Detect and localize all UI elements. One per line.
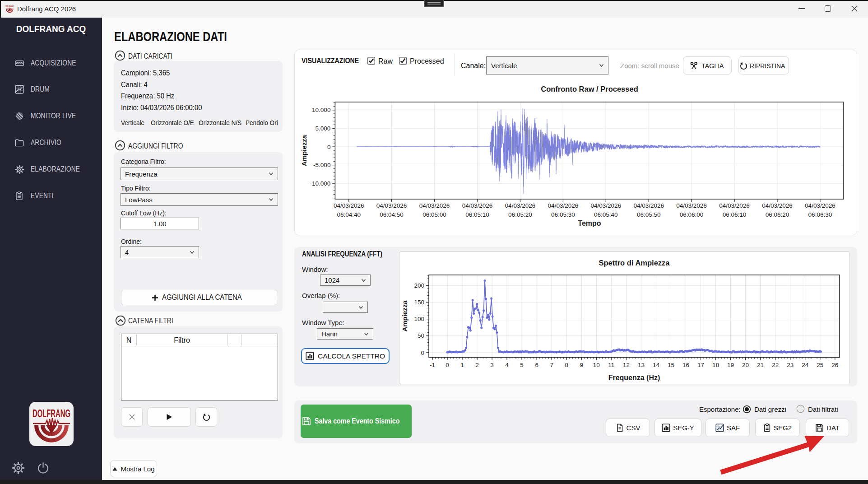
svg-text:DOLFRANG: DOLFRANG xyxy=(32,408,70,419)
svg-text:06:05:30: 06:05:30 xyxy=(551,211,575,218)
svg-text:18: 18 xyxy=(712,362,719,368)
svg-text:-10.000: -10.000 xyxy=(310,180,331,187)
svg-text:04/03/2026: 04/03/2026 xyxy=(419,202,450,209)
svg-text:21: 21 xyxy=(757,362,764,368)
svg-text:23: 23 xyxy=(787,362,794,368)
svg-text:04/03/2026: 04/03/2026 xyxy=(805,202,836,209)
svg-text:06:05:10: 06:05:10 xyxy=(465,211,489,218)
svg-text:10.000: 10.000 xyxy=(312,107,330,113)
svg-text:DOLFRANG: DOLFRANG xyxy=(6,5,14,8)
svg-text:04/03/2026: 04/03/2026 xyxy=(591,202,622,209)
svg-text:5.000: 5.000 xyxy=(316,125,331,132)
svg-text:200: 200 xyxy=(414,282,424,289)
svg-text:04/03/2026: 04/03/2026 xyxy=(334,202,364,209)
svg-text:4: 4 xyxy=(505,362,509,368)
svg-text:Frequenza (Hz): Frequenza (Hz) xyxy=(608,374,660,382)
svg-text:Ampiezza: Ampiezza xyxy=(300,135,308,166)
svg-text:Spettro di Ampiezza: Spettro di Ampiezza xyxy=(599,259,670,267)
svg-text:06:05:50: 06:05:50 xyxy=(637,211,661,218)
svg-text:9: 9 xyxy=(580,362,584,368)
svg-text:06:05:00: 06:05:00 xyxy=(422,211,446,218)
svg-text:04/03/2026: 04/03/2026 xyxy=(505,202,536,209)
svg-text:06:06:30: 06:06:30 xyxy=(808,211,832,218)
svg-text:06:06:10: 06:06:10 xyxy=(723,211,747,218)
svg-text:04/03/2026: 04/03/2026 xyxy=(633,202,664,209)
svg-text:04/03/2026: 04/03/2026 xyxy=(376,202,407,209)
svg-text:17: 17 xyxy=(697,362,704,368)
svg-text:06:06:00: 06:06:00 xyxy=(680,211,704,218)
svg-text:150: 150 xyxy=(414,299,424,306)
svg-text:13: 13 xyxy=(638,362,645,368)
svg-text:10: 10 xyxy=(593,362,600,368)
svg-text:06:05:40: 06:05:40 xyxy=(594,211,618,218)
svg-text:04/03/2026: 04/03/2026 xyxy=(719,202,750,209)
svg-text:04/03/2026: 04/03/2026 xyxy=(548,202,579,209)
svg-text:16: 16 xyxy=(682,362,689,368)
svg-text:06:06:20: 06:06:20 xyxy=(766,211,789,218)
svg-text:15: 15 xyxy=(668,362,674,368)
svg-text:20: 20 xyxy=(742,362,749,368)
svg-text:06:04:40: 06:04:40 xyxy=(337,211,361,218)
svg-text:7: 7 xyxy=(550,362,553,368)
svg-text:3: 3 xyxy=(490,362,494,368)
svg-text:25: 25 xyxy=(817,362,823,368)
svg-text:100: 100 xyxy=(414,316,424,322)
svg-text:04/03/2026: 04/03/2026 xyxy=(676,202,707,209)
svg-text:6: 6 xyxy=(535,362,538,368)
svg-text:2: 2 xyxy=(475,362,479,368)
svg-text:Ampiezza: Ampiezza xyxy=(401,300,408,332)
svg-text:-5.000: -5.000 xyxy=(313,162,330,168)
svg-text:50: 50 xyxy=(418,332,424,339)
svg-text:Confronto Raw / Processed: Confronto Raw / Processed xyxy=(541,85,638,93)
svg-text:19: 19 xyxy=(727,362,734,368)
svg-text:04/03/2026: 04/03/2026 xyxy=(762,202,793,209)
svg-text:-1: -1 xyxy=(430,362,435,368)
svg-text:24: 24 xyxy=(802,362,809,368)
svg-text:1: 1 xyxy=(460,362,464,368)
svg-text:26: 26 xyxy=(831,362,838,368)
svg-text:0: 0 xyxy=(446,362,449,368)
svg-text:Tempo: Tempo xyxy=(578,219,601,227)
svg-text:12: 12 xyxy=(623,362,630,368)
svg-text:11: 11 xyxy=(608,362,614,368)
svg-text:22: 22 xyxy=(772,362,779,368)
svg-text:0: 0 xyxy=(421,349,424,356)
svg-text:06:05:20: 06:05:20 xyxy=(508,211,532,218)
svg-text:8: 8 xyxy=(565,362,568,368)
svg-text:5: 5 xyxy=(520,362,524,368)
svg-text:04/03/2026: 04/03/2026 xyxy=(462,202,493,209)
svg-text:06:04:50: 06:04:50 xyxy=(380,211,404,218)
svg-text:0: 0 xyxy=(327,144,331,150)
svg-text:14: 14 xyxy=(653,362,660,368)
